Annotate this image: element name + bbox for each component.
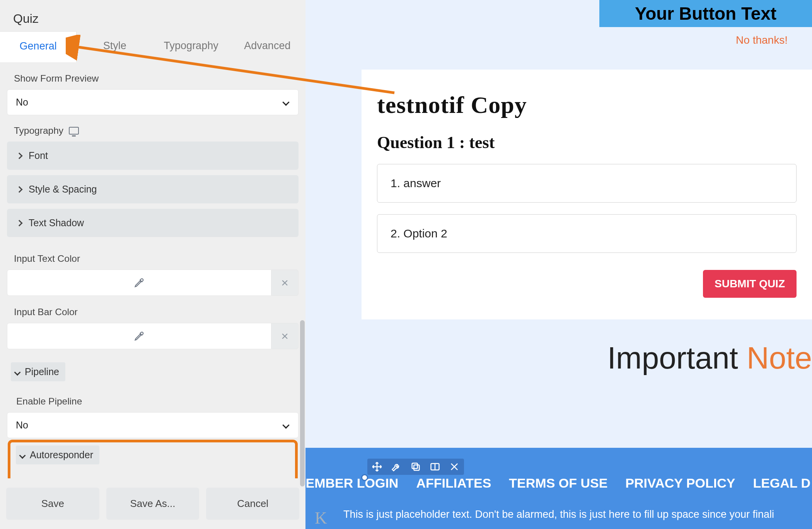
svg-rect-0 <box>414 465 419 470</box>
section-pipeline-title: Pipeline <box>25 366 59 377</box>
settings-sidebar: Quiz General Style Typography Advanced S… <box>0 0 305 529</box>
close-icon: × <box>281 276 288 290</box>
selection-handle[interactable] <box>361 474 368 481</box>
quiz-answer-1[interactable]: 1. answer <box>377 164 797 203</box>
enable-pipeline-label: Enable Pipeline <box>5 388 300 412</box>
input-text-color-label: Input Text Color <box>5 242 300 270</box>
chevron-down-icon <box>283 99 290 106</box>
show-form-preview-label: Show Form Preview <box>5 62 300 89</box>
panel-title: Quiz <box>0 0 305 31</box>
tab-style[interactable]: Style <box>77 31 153 62</box>
tab-general[interactable]: General <box>0 31 77 62</box>
chevron-right-icon <box>16 186 22 193</box>
eyedropper-icon <box>134 277 145 288</box>
cancel-button[interactable]: Cancel <box>206 488 299 520</box>
device-icon[interactable] <box>69 127 79 135</box>
wrench-icon[interactable] <box>391 461 402 473</box>
typography-section-label: Typography <box>14 125 63 136</box>
footer-description: This is just placeholder text. Don't be … <box>305 491 812 520</box>
important-note-word1: Important <box>607 341 747 375</box>
chevron-down-icon <box>283 422 290 429</box>
clear-color-button[interactable]: × <box>271 323 299 349</box>
show-form-preview-select[interactable]: No <box>7 89 299 115</box>
footer-link-legal[interactable]: LEGAL D <box>753 476 810 491</box>
tab-advanced[interactable]: Advanced <box>229 31 305 62</box>
enable-pipeline-select[interactable]: No <box>7 412 299 438</box>
quiz-title: testnotif Copy <box>377 91 797 119</box>
close-icon[interactable] <box>449 461 460 473</box>
footer-link-member-login[interactable]: MEMBER LOGIN <box>305 476 398 491</box>
submit-quiz-button[interactable]: SUBMIT QUIZ <box>703 270 797 298</box>
close-icon: × <box>281 329 288 343</box>
quiz-card: testnotif Copy Question 1 : test 1. answ… <box>362 70 812 319</box>
accordion-style-spacing-label: Style & Spacing <box>29 184 97 195</box>
show-form-preview-value: No <box>16 97 28 108</box>
columns-icon[interactable] <box>429 461 441 473</box>
chevron-down-icon <box>14 369 21 375</box>
accordion-text-shadow[interactable]: Text Shadow <box>7 209 299 237</box>
section-pipeline[interactable]: Pipeline <box>5 355 300 388</box>
chevron-down-icon <box>19 452 26 459</box>
settings-tabs: General Style Typography Advanced <box>0 31 305 62</box>
enable-pipeline-value: No <box>16 420 28 431</box>
chevron-right-icon <box>16 153 22 159</box>
save-as-button[interactable]: Save As... <box>106 488 200 520</box>
eyedropper-icon <box>134 331 145 341</box>
cta-button[interactable]: Your Button Text <box>599 0 812 27</box>
accordion-text-shadow-label: Text Shadow <box>29 217 84 229</box>
footer-link-terms[interactable]: TERMS OF USE <box>509 476 607 491</box>
panel-body: Show Form Preview No Typography Font Sty… <box>0 62 305 478</box>
move-icon[interactable] <box>371 461 383 473</box>
accordion-font[interactable]: Font <box>7 142 299 170</box>
input-bar-color-label: Input Bar Color <box>5 296 300 323</box>
section-autoresponder[interactable]: Autoresponder <box>10 442 295 471</box>
k-letter: K <box>315 508 327 528</box>
input-bar-color-field[interactable]: × <box>7 323 299 349</box>
chevron-right-icon <box>16 220 22 226</box>
accordion-font-label: Font <box>29 150 48 161</box>
panel-footer: Save Save As... Cancel <box>0 478 305 529</box>
duplicate-icon[interactable] <box>410 461 421 473</box>
section-autoresponder-title: Autoresponder <box>30 449 93 461</box>
no-thanks-link[interactable]: No thanks! <box>711 34 812 46</box>
clear-color-button[interactable]: × <box>271 270 299 296</box>
important-note-word2: Note <box>747 341 812 375</box>
accordion-style-spacing[interactable]: Style & Spacing <box>7 175 299 203</box>
tab-typography[interactable]: Typography <box>153 31 229 62</box>
svg-rect-1 <box>412 463 418 469</box>
footer-link-affiliates[interactable]: AFFILIATES <box>416 476 491 491</box>
footer-link-privacy[interactable]: PRIVACY POLICY <box>625 476 735 491</box>
quiz-answer-2[interactable]: 2. Option 2 <box>377 214 797 253</box>
select-autoresponder-label: Select Autoresponder <box>10 471 295 478</box>
page-preview: Your Button Text No thanks! testnotif Co… <box>305 0 812 529</box>
autoresponder-highlight: Autoresponder Select Autoresponder Choos… <box>8 440 298 478</box>
input-text-color-field[interactable]: × <box>7 270 299 296</box>
quiz-question: Question 1 : test <box>377 133 797 152</box>
save-button[interactable]: Save <box>6 488 99 520</box>
scrollbar-thumb[interactable] <box>300 320 305 486</box>
important-note-heading: Important Note <box>362 340 812 376</box>
element-toolbar <box>367 459 464 475</box>
